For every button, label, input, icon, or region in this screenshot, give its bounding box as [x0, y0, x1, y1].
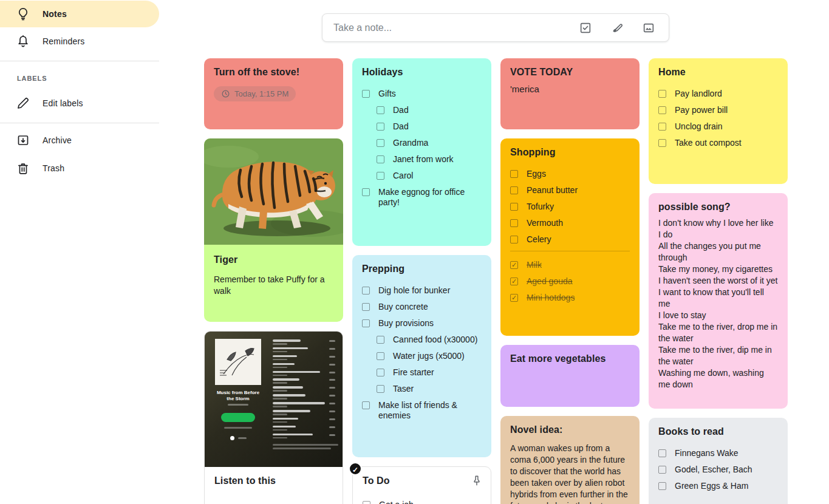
note-title: Home: [658, 67, 778, 78]
pin-icon[interactable]: [470, 474, 483, 488]
checkbox-icon[interactable]: [658, 123, 666, 131]
checklist-item[interactable]: Canned food (x30000): [377, 335, 482, 345]
note-possible-song[interactable]: possible song? I don't know why I love h…: [649, 193, 788, 409]
checkbox-icon[interactable]: [377, 385, 384, 393]
checklist-item[interactable]: Get a job: [363, 500, 481, 504]
checklist-item-label: Tofurky: [527, 202, 554, 212]
new-image-icon[interactable]: [642, 21, 655, 35]
checklist-item[interactable]: Gifts: [362, 89, 482, 99]
checked-checkbox-icon[interactable]: ✓: [510, 261, 518, 269]
checkbox-icon[interactable]: [510, 170, 518, 178]
checklist-item[interactable]: ✓Milk: [510, 260, 630, 270]
checklist-item[interactable]: Celery: [510, 234, 630, 245]
reminder-chip[interactable]: Today, 1:15 PM: [214, 86, 296, 101]
checklist-item[interactable]: Buy concrete: [362, 302, 482, 312]
note-to-do[interactable]: ✓ To Do Get a job: [352, 466, 491, 504]
checklist-item[interactable]: Green Eggs & Ham: [658, 481, 778, 491]
note-shopping[interactable]: Shopping EggsPeanut butterTofurkyVermout…: [500, 138, 640, 336]
new-drawing-icon[interactable]: [610, 21, 624, 35]
checklist-item-label: Godel, Escher, Bach: [675, 465, 752, 475]
sidebar-item-edit-labels[interactable]: Edit labels: [0, 90, 159, 117]
note-novel-idea[interactable]: Novel idea: A woman wakes up from a coma…: [500, 416, 640, 504]
checkbox-icon[interactable]: [658, 482, 666, 490]
note-holidays[interactable]: Holidays GiftsDadDadGrandmaJanet from wo…: [352, 58, 491, 246]
checkbox-icon[interactable]: [510, 186, 518, 194]
checklist-item[interactable]: Water jugs (x5000): [377, 351, 482, 361]
checklist-item[interactable]: Godel, Escher, Bach: [658, 465, 778, 475]
archive-icon: [16, 133, 30, 148]
note-turn-off-the-stove[interactable]: Turn off the stove! Today, 1:15 PM: [204, 58, 343, 129]
checkbox-icon[interactable]: [377, 369, 384, 376]
checklist-item-label: Canned food (x30000): [393, 335, 477, 345]
sidebar-item-reminders[interactable]: Reminders: [0, 28, 159, 55]
checklist-item[interactable]: Unclog drain: [658, 121, 778, 132]
checkbox-icon[interactable]: [362, 188, 370, 196]
checkbox-icon[interactable]: [377, 155, 384, 163]
checkbox-icon[interactable]: [377, 106, 384, 114]
take-a-note-bar[interactable]: Take a note...: [322, 13, 669, 42]
checklist-item[interactable]: Dig hole for bunker: [362, 285, 482, 296]
checkbox-icon[interactable]: [377, 352, 384, 360]
clock-icon: [221, 89, 230, 98]
checklist-item[interactable]: Vermouth: [510, 218, 630, 228]
note-vote-today[interactable]: VOTE TODAY 'merica: [500, 58, 640, 129]
checkbox-icon[interactable]: [658, 449, 666, 457]
note-eat-more-vegetables[interactable]: Eat more vegetables: [500, 345, 640, 407]
sidebar-item-trash[interactable]: Trash: [0, 155, 159, 182]
checklist-item[interactable]: Dad: [377, 121, 482, 132]
checkbox-icon[interactable]: [362, 90, 370, 98]
checklist-item[interactable]: Make eggnog for office party!: [362, 187, 482, 208]
checklist-item[interactable]: Janet from work: [377, 154, 482, 165]
lightbulb-icon: [16, 7, 30, 21]
checkbox-icon[interactable]: [377, 123, 384, 131]
checklist-item[interactable]: ✓Mini hotdogs: [510, 293, 630, 303]
checklist-item[interactable]: Peanut butter: [510, 185, 630, 196]
checkbox-icon[interactable]: [377, 139, 384, 147]
note-selected-check-icon[interactable]: ✓: [349, 462, 362, 475]
checklist-item[interactable]: Buy provisions: [362, 318, 482, 329]
checked-checkbox-icon[interactable]: ✓: [510, 294, 518, 302]
checkbox-icon[interactable]: [362, 401, 370, 409]
checklist-item[interactable]: Carol: [377, 171, 482, 181]
checklist-item[interactable]: Tofurky: [510, 202, 630, 212]
note-listen-to-this[interactable]: Music from Before the Storm Listen to th…: [204, 331, 343, 504]
take-a-note-input[interactable]: Take a note...: [333, 22, 579, 33]
checklist-item[interactable]: Pay landlord: [658, 89, 778, 99]
new-checklist-icon[interactable]: [579, 21, 592, 35]
checkbox-icon[interactable]: [377, 336, 384, 344]
checkbox-icon[interactable]: [362, 303, 370, 311]
checklist-item-label: Water jugs (x5000): [393, 351, 465, 361]
sidebar-item-archive[interactable]: Archive: [0, 127, 159, 154]
checklist-item[interactable]: Taser: [377, 384, 482, 394]
checklist-item[interactable]: Finnegans Wake: [658, 448, 778, 458]
checklist-item[interactable]: Fire starter: [377, 367, 482, 378]
checkbox-icon[interactable]: [658, 90, 666, 98]
checkbox-icon[interactable]: [362, 319, 370, 327]
checkbox-icon[interactable]: [658, 466, 666, 474]
track-row: [268, 347, 336, 355]
checkbox-icon[interactable]: [362, 287, 370, 295]
checkbox-icon[interactable]: [377, 172, 384, 180]
track-row: [268, 370, 336, 378]
note-books-to-read[interactable]: Books to read Finnegans WakeGodel, Esche…: [649, 418, 788, 504]
checklist-item[interactable]: Dad: [377, 105, 482, 115]
sidebar-item-notes[interactable]: Notes: [0, 1, 159, 27]
checked-checkbox-icon[interactable]: ✓: [510, 278, 518, 285]
note-home[interactable]: Home Pay landlordPay power billUnclog dr…: [649, 58, 788, 184]
checkbox-icon[interactable]: [658, 139, 666, 147]
checkbox-icon[interactable]: [363, 501, 370, 504]
checkbox-icon[interactable]: [510, 219, 518, 227]
checklist-item[interactable]: Eggs: [510, 169, 630, 179]
checkbox-icon[interactable]: [510, 203, 518, 211]
checklist-item[interactable]: Make list of friends & enemies: [362, 400, 482, 421]
checklist: Get a job: [363, 500, 481, 504]
checklist-item[interactable]: Take out compost: [658, 138, 778, 148]
checklist-item[interactable]: ✓Aged gouda: [510, 276, 630, 287]
note-prepping[interactable]: Prepping Dig hole for bunkerBuy concrete…: [352, 255, 491, 457]
checklist-item[interactable]: Grandma: [377, 138, 482, 148]
checkbox-icon[interactable]: [510, 236, 518, 243]
note-tiger[interactable]: Tiger Remember to take Puffy for a walk: [204, 138, 343, 322]
checklist-item-label: Mini hotdogs: [527, 293, 575, 303]
checklist-item[interactable]: Pay power bill: [658, 105, 778, 115]
checkbox-icon[interactable]: [658, 106, 666, 114]
